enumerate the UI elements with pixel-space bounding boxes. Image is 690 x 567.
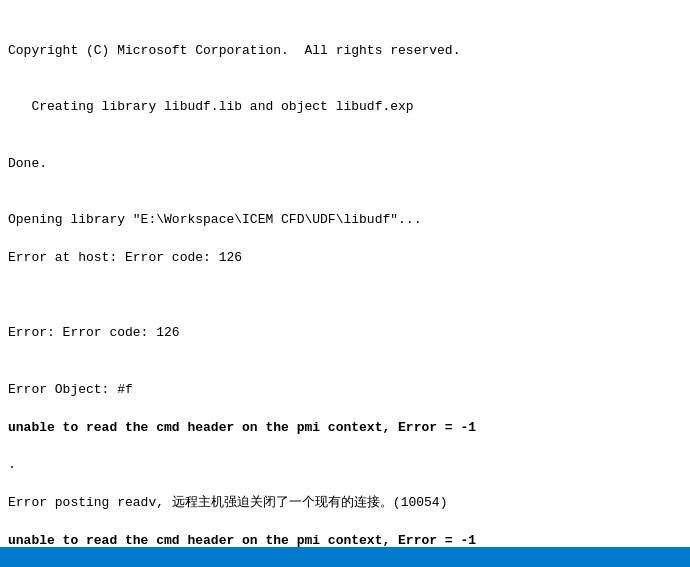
terminal-line: unable to read the cmd header on the pmi… [8, 532, 682, 547]
terminal-line: Error posting readv, 远程主机强迫关闭了一个现有的连接。(1… [8, 494, 682, 513]
terminal-line: Opening library "E:\Workspace\ICEM CFD\U… [8, 211, 682, 230]
terminal-line: unable to read the cmd header on the pmi… [8, 419, 682, 438]
status-bar [0, 547, 690, 567]
terminal-window: Copyright (C) Microsoft Corporation. All… [0, 0, 690, 567]
terminal-line: Error Object: #f [8, 381, 682, 400]
terminal-content[interactable]: Copyright (C) Microsoft Corporation. All… [0, 0, 690, 547]
terminal-line: . [8, 456, 682, 475]
terminal-line: Creating library libudf.lib and object l… [8, 98, 682, 117]
terminal-line: Error at host: Error code: 126 [8, 249, 682, 268]
terminal-line: Done. [8, 155, 682, 174]
terminal-line: Copyright (C) Microsoft Corporation. All… [8, 42, 682, 61]
terminal-line: Error: Error code: 126 [8, 324, 682, 343]
